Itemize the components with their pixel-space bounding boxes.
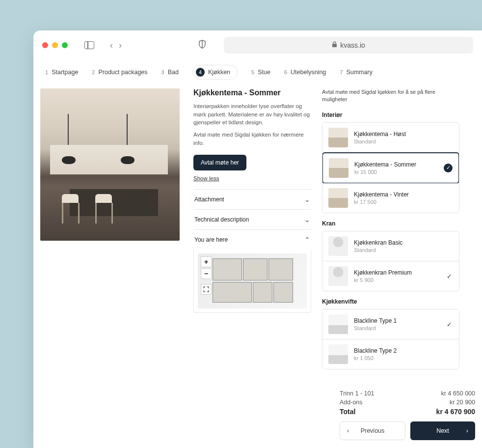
summary-addons-label: Add-ons [340, 399, 363, 406]
product-description-1: Interiørpakken inneholder lyse overflate… [193, 102, 311, 127]
check-icon: ✓ [447, 320, 452, 328]
accordion-technical[interactable]: Technical description ⌄ [193, 209, 311, 229]
summary-unit-label: Trinn 1 - 101 [340, 390, 374, 397]
zoom-out-button[interactable]: − [201, 268, 212, 279]
traffic-lights [42, 42, 68, 48]
option-thumb [328, 344, 348, 364]
privacy-shield-icon[interactable] [198, 40, 206, 51]
previous-button[interactable]: ‹ Previous [340, 421, 405, 440]
maximize-window-button[interactable] [62, 42, 68, 48]
option-interior-vinter[interactable]: Kjøkkentema - Vinter kr 17 500 [322, 183, 459, 213]
option-faucet-premium[interactable]: Kjøkkenkran Premium kr 5 900 ✓ [322, 261, 459, 291]
interior-option-group: Kjøkkentema - Høst Standard Kjøkkentema … [322, 122, 459, 213]
accordion-you-are-here[interactable]: You are here ⌃ [193, 229, 311, 250]
step-product-packages[interactable]: 2Product packages [92, 69, 147, 76]
option-thumb [329, 158, 348, 178]
step-summary[interactable]: 7Summary [340, 69, 373, 76]
back-button[interactable]: ‹ [110, 40, 113, 51]
summary-addons-price: kr 20 900 [450, 399, 475, 406]
options-sidebar: Avtal møte med Sigdal kjøkken for å se p… [322, 88, 459, 376]
section-title-faucet: Kran [322, 220, 459, 227]
lock-icon [332, 41, 337, 49]
product-title: Kjøkkentema - Sommer [193, 88, 311, 97]
sidebar-intro: Avtal møte med Sigdal kjøkken for å se p… [322, 88, 459, 104]
check-icon: ✓ [447, 272, 452, 280]
option-thumb [328, 314, 348, 334]
section-title-interior: Interiør [322, 112, 459, 118]
zoom-in-button[interactable]: + [201, 256, 212, 267]
browser-chrome: ‹ › kvass.io [33, 30, 482, 60]
faucet-option-group: Kjøkkenkran Basic Standard Kjøkkenkran P… [322, 231, 459, 291]
chevron-right-icon: › [466, 427, 468, 434]
chevron-left-icon: ‹ [347, 427, 349, 434]
floorplan-panel: + − [193, 250, 311, 313]
product-detail: Kjøkkentema - Sommer Interiørpakken inne… [193, 88, 311, 376]
svg-rect-0 [332, 44, 337, 47]
close-window-button[interactable] [42, 42, 48, 48]
sidebar-toggle-icon[interactable] [84, 41, 94, 49]
url-text: kvass.io [340, 41, 365, 49]
next-button[interactable]: Next › [410, 421, 475, 440]
selected-check-icon: ✓ [444, 164, 453, 172]
summary-total-price: kr 4 670 900 [436, 408, 475, 416]
accordion-attachment[interactable]: Attachment ⌄ [193, 189, 311, 209]
chevron-up-icon: ⌃ [304, 236, 310, 244]
minimize-window-button[interactable] [52, 42, 58, 48]
option-hood-type2[interactable]: Blackline Type 2 kr 1 050 [322, 339, 459, 369]
option-thumb [328, 188, 348, 208]
option-hood-type1[interactable]: Blackline Type 1 Standard ✓ [322, 309, 459, 339]
fullscreen-button[interactable] [201, 284, 212, 295]
summary-total-label: Total [340, 408, 355, 416]
accordion: Attachment ⌄ Technical description ⌄ You… [193, 189, 311, 313]
step-bad[interactable]: 3Bad [161, 69, 179, 76]
hood-option-group: Blackline Type 1 Standard ✓ Blackline Ty… [322, 309, 459, 369]
product-description-2: Avtal møte med Sigdal kjøkken for nærmer… [193, 131, 311, 147]
book-meeting-button[interactable]: Avtal møte her [193, 155, 246, 170]
show-less-toggle[interactable]: Show less [193, 175, 219, 181]
chevron-down-icon: ⌄ [304, 196, 310, 203]
option-thumb [328, 266, 348, 286]
option-thumb [328, 236, 348, 256]
option-faucet-basic[interactable]: Kjøkkenkran Basic Standard [322, 231, 459, 261]
product-hero-image [40, 88, 180, 241]
stepper: 1Startpage 2Product packages 3Bad 4Kjøkk… [33, 60, 482, 88]
price-summary: Trinn 1 - 101 kr 4 650 000 Add-ons kr 20… [340, 390, 475, 440]
step-kjokken[interactable]: 4Kjøkken [192, 65, 238, 80]
step-utebelysning[interactable]: 6Utebelysning [284, 69, 326, 76]
browser-window: ‹ › kvass.io 1Startpage 2Product package… [33, 30, 482, 448]
step-stue[interactable]: 5Stue [251, 69, 270, 76]
option-thumb [328, 128, 348, 147]
nav-arrows: ‹ › [110, 40, 122, 51]
forward-button[interactable]: › [119, 40, 122, 51]
step-startpage[interactable]: 1Startpage [45, 69, 78, 76]
section-title-hood: Kjøkkenvifte [322, 298, 459, 305]
chevron-down-icon: ⌄ [304, 216, 310, 224]
option-interior-sommer[interactable]: Kjøkkentema - Sommer kr 15 000 ✓ [322, 152, 459, 184]
content-grid: Kjøkkentema - Sommer Interiørpakken inne… [33, 88, 482, 376]
floorplan-image[interactable]: + − [198, 253, 307, 308]
option-interior-host[interactable]: Kjøkkentema - Høst Standard [322, 123, 459, 153]
url-bar[interactable]: kvass.io [224, 37, 473, 54]
summary-unit-price: kr 4 650 000 [441, 390, 476, 397]
